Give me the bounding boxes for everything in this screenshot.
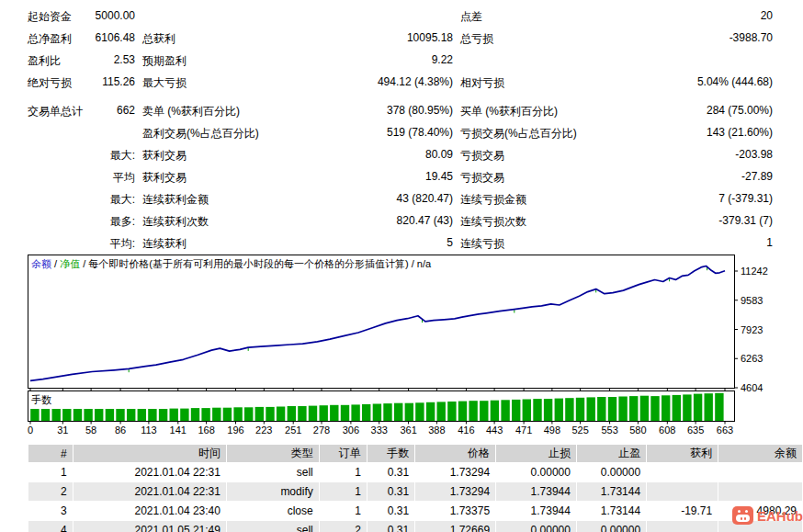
stats-cell: 最大亏损494.12 (4.38%): [142, 75, 453, 91]
stats-label: 盈利比: [28, 53, 61, 69]
table-cell: 1.73144: [577, 502, 646, 520]
table-cell: 1.73294: [415, 482, 495, 501]
stats-row: 盈利比2.53预期盈利9.22: [28, 50, 774, 72]
statistics-summary: 起始资金5000.00点差20总净盈利6106.48总获利10095.18总亏损…: [28, 6, 774, 255]
table-cell: 2: [320, 521, 367, 532]
stats-label: 亏损交易: [460, 170, 504, 186]
stats-cell: 点差20: [460, 9, 773, 25]
x-axis-tick-label: 113: [141, 424, 157, 436]
stats-label: 总净盈利: [28, 31, 72, 47]
table-cell: 1.73944: [496, 502, 576, 520]
stats-cell: 最大:: [28, 192, 135, 208]
table-cell: [647, 521, 718, 532]
stats-value: 378 (80.95%): [387, 104, 453, 119]
stats-value: 19.45: [425, 170, 453, 186]
stats-value: -27.89: [741, 170, 773, 186]
stats-label: 总亏损: [460, 31, 493, 47]
stats-cell: 连续获利金额43 (820.47): [142, 192, 453, 208]
stats-label: 连续亏损金额: [460, 192, 526, 208]
stats-label: 获利交易: [142, 170, 187, 186]
stats-value: -3988.70: [729, 31, 773, 47]
stats-cell: 盈利比2.53: [28, 53, 135, 69]
stats-label: 连续获利: [142, 236, 187, 252]
stats-cell: 亏损交易(%占总百分比)143 (21.60%): [460, 126, 773, 141]
table-cell: 1.73375: [415, 502, 495, 520]
trades-header-row: #时间类型订单手数价格止损止盈获利余额: [28, 445, 802, 462]
stats-cell: 预期盈利9.22: [142, 53, 453, 69]
stats-value: 5.04% (444.68): [697, 75, 773, 91]
table-cell: 1.72669: [415, 521, 495, 532]
x-axis-tick-label: 663: [717, 424, 733, 436]
stats-cell: 盈利交易(%占总百分比)519 (78.40%): [142, 126, 453, 141]
y-axis-tick-label: 6263: [741, 353, 763, 364]
mt4-backtest-report: { "colors":{ "balance_line":"#000099", "…: [0, 0, 803, 532]
table-cell: 2021.01.04 22:31: [74, 463, 226, 481]
table-row[interactable]: 42021.01.05 21:49sell20.311.726690.00000…: [28, 521, 802, 532]
stats-label: 最大亏损: [142, 75, 187, 91]
stats-label: 总获利: [142, 31, 175, 47]
stats-value: 80.09: [425, 148, 453, 164]
table-cell: 2021.01.04 23:40: [74, 502, 226, 520]
x-axis-tick-label: 608: [659, 424, 675, 436]
stats-label: 连续亏损次数: [460, 214, 526, 230]
x-axis-tick-label: 31: [57, 424, 68, 436]
stats-cell: 最多:: [28, 214, 135, 230]
x-axis-tick-label: 498: [544, 424, 560, 436]
column-header-8: 止盈: [577, 445, 646, 462]
table-cell: [647, 463, 718, 481]
stats-label: 卖单 (%获利百分比): [142, 104, 240, 119]
stats-label: 连续获利金额: [142, 192, 209, 208]
table-cell: 1.73294: [415, 463, 495, 481]
equity-chart-svg: 0315886113141168196223251278306333361388…: [0, 255, 803, 438]
table-cell: 0.00000: [496, 463, 576, 481]
stats-value: 6106.48: [96, 31, 135, 47]
stats-label: 预期盈利: [142, 53, 187, 69]
table-cell: modify: [227, 482, 319, 501]
stats-label: 最大:: [110, 192, 135, 208]
stats-cell: 获利交易80.09: [142, 148, 453, 164]
stats-cell: 连续获利次数820.47 (43): [142, 214, 453, 230]
stats-label: 起始资金: [28, 9, 72, 25]
stats-label: 交易单总计: [28, 104, 83, 119]
column-header-7: 止损: [496, 445, 576, 462]
stats-label: 连续亏损: [460, 236, 504, 252]
stats-cell: 最大:: [28, 148, 135, 164]
table-row[interactable]: 32021.01.04 23:40close10.311.733751.7394…: [28, 502, 802, 520]
x-axis-tick-label: 141: [170, 424, 187, 436]
table-cell: 0.00000: [496, 521, 576, 532]
stats-value: -379.31 (7): [718, 214, 773, 230]
stats-row: 最多:连续获利次数820.47 (43)连续亏损次数-379.31 (7): [28, 210, 774, 232]
x-axis-tick-label: 168: [198, 424, 214, 436]
stats-cell: 连续亏损金额7 (-379.31): [460, 192, 773, 208]
table-cell: 1: [320, 463, 367, 481]
table-row[interactable]: 22021.01.04 22:31modify10.311.732941.739…: [28, 482, 802, 501]
x-axis-tick-label: 416: [458, 424, 474, 436]
column-header-1: #: [28, 445, 73, 462]
stats-row: 起始资金5000.00点差20: [28, 6, 774, 28]
y-axis-tick-label: 11242: [741, 266, 768, 277]
x-axis-tick-label: 333: [371, 424, 388, 436]
stats-label: 买单 (%获利百分比): [460, 104, 558, 119]
stats-cell: 连续亏损次数-379.31 (7): [460, 214, 773, 230]
stats-cell: 相对亏损5.04% (444.68): [460, 75, 773, 91]
legend-separator: /: [80, 258, 88, 269]
stats-label: 绝对亏损: [28, 75, 72, 91]
table-cell: 1: [28, 463, 73, 481]
x-axis-tick-label: 471: [515, 424, 532, 436]
stats-label: 平均: [113, 170, 135, 186]
table-row[interactable]: 12021.01.04 22:31sell10.311.732940.00000…: [28, 463, 802, 481]
stats-value: 7 (-379.31): [718, 192, 773, 208]
stats-label: 亏损交易(%占总百分比): [460, 126, 577, 141]
y-axis-tick-label: 4604: [741, 382, 763, 393]
table-cell: sell: [227, 521, 319, 532]
eahub-watermark: EAHub: [732, 506, 803, 525]
stats-label: 点差: [460, 9, 482, 25]
x-axis-tick-label: 388: [428, 424, 445, 436]
stats-value: 10095.18: [407, 31, 453, 47]
table-cell: 2021.01.05 21:49: [74, 521, 226, 532]
column-header-6: 价格: [415, 445, 495, 462]
equity-chart-region: 0315886113141168196223251278306333361388…: [0, 255, 803, 438]
column-header-4: 订单: [320, 445, 367, 462]
legend-equity-label: 净值: [60, 258, 80, 269]
table-cell: 0.31: [368, 463, 414, 481]
